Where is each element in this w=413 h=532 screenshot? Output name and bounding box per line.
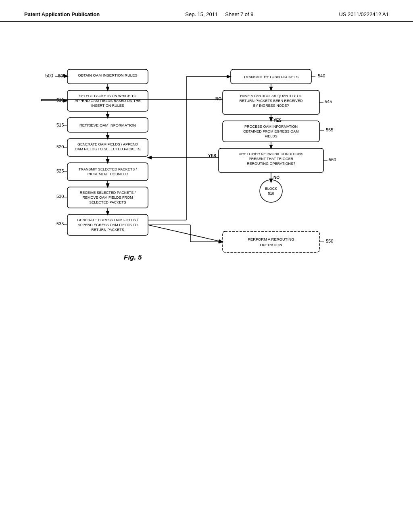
svg-text:545: 545 xyxy=(325,99,332,104)
svg-text:RECEIVE SELECTED PACKETS /: RECEIVE SELECTED PACKETS / xyxy=(80,191,136,195)
page: Patent Application Publication Sep. 15, … xyxy=(0,0,413,532)
svg-point-75 xyxy=(260,180,282,202)
svg-rect-78 xyxy=(223,231,319,252)
svg-text:GENERATE OAM FIELDS / APPEND: GENERATE OAM FIELDS / APPEND xyxy=(77,142,138,146)
svg-text:Fig. 5: Fig. 5 xyxy=(124,254,142,261)
svg-text:510: 510 xyxy=(56,98,64,102)
svg-text:OAM FIELDS TO SELECTED PACKETS: OAM FIELDS TO SELECTED PACKETS xyxy=(75,147,140,151)
svg-text:TRANSMIT RETURN PACKETS: TRANSMIT RETURN PACKETS xyxy=(244,75,299,79)
svg-text:HAVE A PARTICULAR QUANTITY OF: HAVE A PARTICULAR QUANTITY OF xyxy=(240,94,302,98)
svg-text:NO: NO xyxy=(273,175,280,180)
svg-text:505: 505 xyxy=(58,73,65,78)
svg-text:REMOVE OAM FIELDS FROM: REMOVE OAM FIELDS FROM xyxy=(82,195,133,200)
diagram-area: 500 OBTAIN OAM INSERTION RULES 505 S xyxy=(0,22,413,360)
svg-text:PERFORM A REROUTING: PERFORM A REROUTING xyxy=(248,237,294,241)
svg-text:530: 530 xyxy=(56,194,64,199)
svg-text:RETURN PACKETS BEEN RECEIVED: RETURN PACKETS BEEN RECEIVED xyxy=(240,99,303,103)
svg-text:NO: NO xyxy=(215,97,221,101)
svg-text:520: 520 xyxy=(56,144,64,149)
svg-text:TRANSMIT SELECTED PACKETS /: TRANSMIT SELECTED PACKETS / xyxy=(79,167,137,171)
svg-line-83 xyxy=(148,225,222,242)
svg-text:OBTAIN OAM INSERTION RULES: OBTAIN OAM INSERTION RULES xyxy=(78,73,137,77)
svg-text:550: 550 xyxy=(326,239,333,243)
svg-text:510: 510 xyxy=(268,191,274,195)
svg-text:SELECTED PACKETS: SELECTED PACKETS xyxy=(89,200,126,204)
svg-text:FIELDS: FIELDS xyxy=(265,134,277,138)
svg-text:OBTAINED FROM EGRESS OAM: OBTAINED FROM EGRESS OAM xyxy=(243,129,298,133)
svg-text:INCREMENT COUNTER: INCREMENT COUNTER xyxy=(88,172,128,176)
svg-text:515: 515 xyxy=(56,123,64,127)
svg-text:525: 525 xyxy=(56,168,64,173)
svg-text:560: 560 xyxy=(329,157,336,162)
svg-text:INSERTION RULES: INSERTION RULES xyxy=(91,104,124,108)
svg-rect-24 xyxy=(67,163,148,181)
svg-text:535: 535 xyxy=(56,221,64,226)
svg-text:ARE OTHER NETWORK CONDITIONS: ARE OTHER NETWORK CONDITIONS xyxy=(239,152,303,156)
svg-text:RETRIEVE OAM INFORMATION: RETRIEVE OAM INFORMATION xyxy=(79,123,136,127)
svg-text:OPERATION: OPERATION xyxy=(260,243,282,247)
page-header: Patent Application Publication Sep. 15, … xyxy=(0,0,413,22)
header-date-sheet: Sep. 15, 2011 Sheet 7 of 9 xyxy=(185,11,253,17)
svg-text:540: 540 xyxy=(318,73,325,78)
svg-text:PRESENT THAT TRIGGER: PRESENT THAT TRIGGER xyxy=(249,157,294,161)
svg-text:YES: YES xyxy=(273,118,282,123)
svg-text:BLOCK: BLOCK xyxy=(265,187,277,191)
header-sheet: Sheet 7 of 9 xyxy=(225,11,253,17)
svg-text:RETURN PACKETS: RETURN PACKETS xyxy=(91,228,124,232)
svg-text:GENERATE EGRESS OAM FIELDS /: GENERATE EGRESS OAM FIELDS / xyxy=(77,218,138,222)
svg-text:PROCESS OAM INFORMATION: PROCESS OAM INFORMATION xyxy=(244,125,298,129)
header-patent-number: US 2011/0222412 A1 xyxy=(339,11,389,17)
svg-text:BY INGRESS NODE?: BY INGRESS NODE? xyxy=(253,104,289,108)
svg-text:REROUTING OPERATIONS?: REROUTING OPERATIONS? xyxy=(247,162,295,166)
header-publication: Patent Application Publication xyxy=(24,11,100,17)
header-date: Sep. 15, 2011 xyxy=(185,11,218,17)
label-500: 500 xyxy=(45,73,53,79)
svg-text:555: 555 xyxy=(326,127,333,132)
svg-text:SELECT PACKETS ON WHICH TO: SELECT PACKETS ON WHICH TO xyxy=(79,94,136,98)
flowchart-svg: 500 OBTAIN OAM INSERTION RULES 505 S xyxy=(33,34,380,348)
svg-text:APPEND EGRESS OAM FIELDS TO: APPEND EGRESS OAM FIELDS TO xyxy=(78,223,138,227)
